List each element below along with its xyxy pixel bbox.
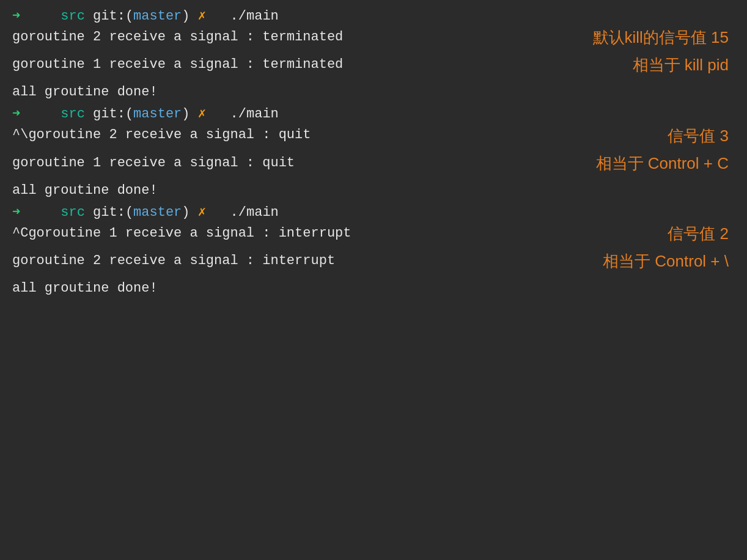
prompt-part: git:( xyxy=(93,104,133,125)
prompt-part xyxy=(20,6,61,27)
annotation: 相当于 kill pid xyxy=(633,53,729,77)
output-line: ^Cgoroutine 1 receive a signal : interru… xyxy=(12,223,735,244)
output-line: all groutine done! xyxy=(12,180,735,201)
output-line-wrapper: goroutine 1 receive a signal : quit相当于 C… xyxy=(12,153,735,174)
output-line-wrapper: all groutine done! xyxy=(12,278,735,299)
output-line-wrapper: goroutine 2 receive a signal : terminate… xyxy=(12,27,735,48)
prompt-part: ➜ xyxy=(12,104,20,125)
prompt-part xyxy=(85,6,93,27)
prompt-part: master xyxy=(133,6,182,27)
annotation: 默认kill的信号值 15 xyxy=(593,25,729,50)
output-line-wrapper: goroutine 1 receive a signal : terminate… xyxy=(12,54,735,75)
prompt-line: ➜ src git:(master) ✗ ./main xyxy=(12,6,735,27)
output-line-wrapper: all groutine done! xyxy=(12,180,735,201)
prompt-part: ✗ xyxy=(190,104,206,125)
prompt-part: ➜ xyxy=(12,6,20,27)
annotation: 相当于 Control + C xyxy=(596,150,729,175)
output-line-wrapper: ^Cgoroutine 1 receive a signal : interru… xyxy=(12,223,735,244)
terminal-block-2: ➜ src git:(master) ✗ ./main^Cgoroutine 1… xyxy=(12,202,735,299)
annotation: 相当于 Control + \ xyxy=(603,249,729,273)
prompt-part: ✗ xyxy=(190,202,206,223)
output-line-wrapper: all groutine done! xyxy=(12,82,735,103)
prompt-part: ./main xyxy=(206,104,279,125)
prompt-part: ✗ xyxy=(190,6,206,27)
output-line-wrapper: ^\goroutine 2 receive a signal : quit信号值… xyxy=(12,125,735,146)
prompt-part: ) xyxy=(182,202,190,223)
prompt-part: src xyxy=(61,202,85,223)
blank-line xyxy=(12,75,735,82)
annotation: 信号值 3 xyxy=(668,123,729,147)
prompt-part xyxy=(20,104,61,125)
prompt-part: ./main xyxy=(206,6,279,27)
prompt-part: src xyxy=(61,104,85,125)
prompt-part: master xyxy=(133,104,182,125)
prompt-part xyxy=(85,202,93,223)
prompt-line: ➜ src git:(master) ✗ ./main xyxy=(12,202,735,223)
output-line: all groutine done! xyxy=(12,278,735,299)
output-line: ^\goroutine 2 receive a signal : quit xyxy=(12,125,735,146)
prompt-part: ➜ xyxy=(12,202,20,223)
prompt-part xyxy=(85,104,93,125)
terminal-block-0: ➜ src git:(master) ✗ ./maingoroutine 2 r… xyxy=(12,6,735,103)
terminal-container: ➜ src git:(master) ✗ ./maingoroutine 2 r… xyxy=(12,6,735,299)
terminal-block-1: ➜ src git:(master) ✗ ./main^\goroutine 2… xyxy=(12,104,735,201)
prompt-part xyxy=(20,202,61,223)
prompt-part: git:( xyxy=(93,6,133,27)
prompt-part: master xyxy=(133,202,182,223)
prompt-part: git:( xyxy=(93,202,133,223)
annotation: 信号值 2 xyxy=(668,221,729,246)
prompt-part: src xyxy=(61,6,85,27)
output-line-wrapper: goroutine 2 receive a signal : interrupt… xyxy=(12,251,735,271)
prompt-part: ) xyxy=(182,6,190,27)
prompt-part: ) xyxy=(182,104,190,125)
prompt-part: ./main xyxy=(206,202,279,223)
prompt-line: ➜ src git:(master) ✗ ./main xyxy=(12,104,735,125)
output-line: goroutine 1 receive a signal : terminate… xyxy=(12,54,735,75)
output-line: all groutine done! xyxy=(12,82,735,103)
